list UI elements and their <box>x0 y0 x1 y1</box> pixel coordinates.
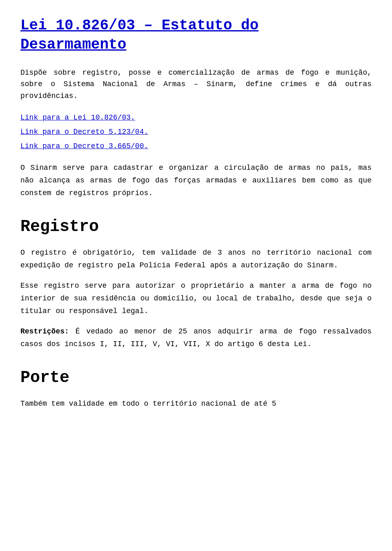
porte-title: Porte <box>20 365 372 391</box>
page-title: Lei 10.826/03 – Estatuto do Desarmamento <box>20 16 372 55</box>
registro-title: Registro <box>20 214 372 240</box>
subtitle: Dispõe sobre registro, posse e comercial… <box>20 67 372 102</box>
registro-section: Registro O registro é obrigatório, tem v… <box>20 214 372 350</box>
link-decreto-3665[interactable]: Link para o Decreto 3.665/00. <box>20 140 372 152</box>
restrictions-label: Restrições: <box>20 327 69 335</box>
sinarm-description: O Sinarm serve para cadastrar e organiza… <box>20 162 372 199</box>
link-lei[interactable]: Link para a Lei 10.826/03. <box>20 112 372 124</box>
registro-body2: Esse registro serve para autorizar o pro… <box>20 280 372 317</box>
links-section: Link para a Lei 10.826/03. Link para o D… <box>20 112 372 152</box>
link-decreto-5123[interactable]: Link para o Decreto 5.123/04. <box>20 126 372 138</box>
porte-body1: Também tem validade em todo o território… <box>20 398 372 410</box>
restrictions-text: É vedado ao menor de 25 anos adquirir ar… <box>20 327 372 348</box>
porte-section: Porte Também tem validade em todo o terr… <box>20 365 372 410</box>
registro-body1: O registro é obrigatório, tem validade d… <box>20 247 372 271</box>
restrictions-paragraph: Restrições: É vedado ao menor de 25 anos… <box>20 325 372 350</box>
